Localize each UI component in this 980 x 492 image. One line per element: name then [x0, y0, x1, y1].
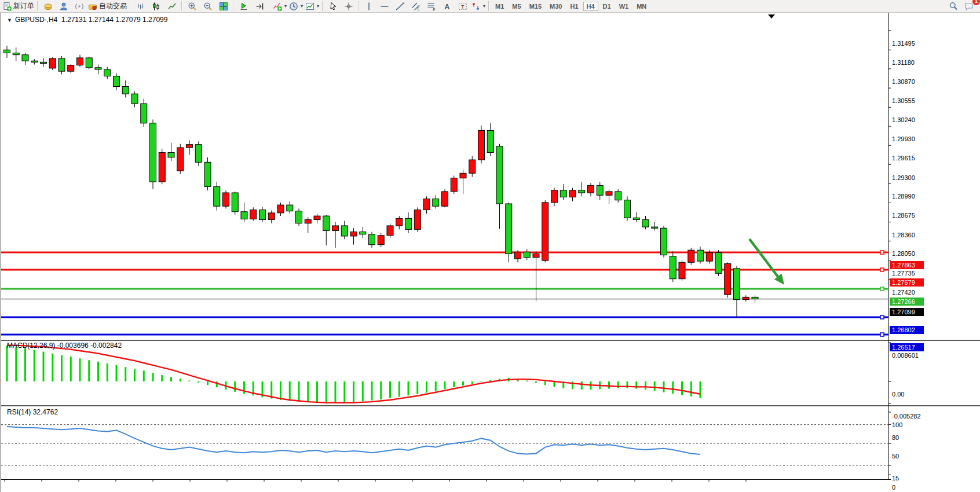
fibonacci-icon: F — [427, 2, 436, 11]
chevron-down-icon: ▾ — [284, 3, 287, 9]
horizontal-line-icon — [380, 2, 389, 11]
chart-canvas[interactable] — [1, 13, 980, 492]
toolbar-separator — [233, 1, 234, 11]
line-handle[interactable] — [880, 315, 884, 319]
autotrade-button[interactable]: 自动交易 — [87, 1, 128, 12]
text-label-icon: T — [458, 2, 467, 11]
toolbar-separator — [37, 1, 38, 11]
search-icon — [949, 2, 958, 11]
data-window-button[interactable] — [56, 1, 71, 12]
notifications-button[interactable]: 1 — [961, 1, 977, 12]
bar-chart-button[interactable] — [133, 1, 148, 12]
toolbar-separator — [322, 1, 323, 11]
tile-windows-button[interactable] — [215, 1, 231, 12]
cursor-button[interactable] — [325, 1, 341, 12]
indicators-button[interactable]: ▾ — [272, 1, 288, 12]
chart-shift-icon — [255, 2, 264, 11]
chevron-down-icon: ▾ — [317, 3, 319, 9]
toolbar-right-group: 1 — [945, 1, 977, 12]
timeframe-h4-button[interactable]: H4 — [583, 2, 598, 11]
zoom-in-button[interactable] — [184, 1, 200, 12]
bar-chart-icon — [136, 2, 145, 11]
zoom-out-icon — [203, 2, 213, 11]
market-watch-icon — [43, 2, 53, 11]
toolbar-separator — [358, 1, 359, 11]
periods-icon — [289, 2, 298, 11]
chart-dropdown-icon[interactable]: ▼ — [7, 17, 12, 23]
trendline-button[interactable] — [392, 1, 408, 12]
crosshair-icon — [344, 2, 353, 11]
timeframe-d1-button[interactable]: D1 — [599, 2, 615, 11]
tile-windows-icon — [219, 2, 228, 11]
rsi-axis-tick: 0 — [892, 484, 895, 491]
periods-button[interactable]: ▾ — [288, 1, 304, 12]
line-handle[interactable] — [880, 333, 884, 336]
candlestick-chart-button[interactable] — [148, 1, 164, 12]
rsi-line — [7, 427, 700, 454]
chart-shift-marker — [768, 14, 775, 19]
symbol-period-label: GBPUSD-,H4 — [15, 16, 57, 24]
chevron-down-icon: ▾ — [301, 3, 303, 9]
chart-shift-button[interactable] — [251, 1, 267, 12]
autotrade-icon — [88, 2, 97, 11]
new-order-button[interactable]: 新订单 — [1, 1, 35, 12]
line-chart-button[interactable] — [164, 1, 180, 12]
templates-button[interactable]: ▾ — [304, 1, 320, 12]
navigator-button[interactable] — [71, 1, 87, 12]
arrows-button[interactable]: ▾ — [470, 1, 487, 12]
chevron-down-icon: ▾ — [483, 3, 485, 9]
timeframe-mn-button[interactable]: MN — [633, 2, 650, 11]
chart-window: ▼GBPUSD-,H4 1.27131 1.27144 1.27079 1.27… — [0, 13, 980, 492]
svg-text:A: A — [444, 2, 449, 10]
vertical-line-icon — [364, 2, 374, 11]
arrows-icon — [471, 2, 481, 11]
navigator-icon — [75, 2, 84, 11]
text-button[interactable]: A — [439, 1, 455, 12]
autotrade-button-label: 自动交易 — [99, 1, 127, 11]
trendline-icon — [396, 2, 405, 11]
channel-button[interactable]: E — [408, 1, 423, 12]
macd-indicator-label: MACD(12,26,9) -0.003696 -0.002842 — [7, 342, 122, 350]
zoom-out-button[interactable] — [200, 1, 215, 12]
macd-histogram — [7, 346, 700, 403]
ohlc-values: 1.27131 1.27144 1.27079 1.27099 — [61, 16, 168, 24]
toolbar-separator — [488, 1, 489, 11]
price-axis[interactable] — [889, 13, 980, 479]
timeframe-m30-button[interactable]: M30 — [546, 2, 565, 11]
vertical-line-button[interactable] — [361, 1, 376, 12]
market-watch-button[interactable] — [40, 1, 56, 12]
candlestick-chart-icon — [152, 2, 161, 11]
timeframe-m5-button[interactable]: M5 — [509, 2, 524, 11]
rsi-indicator-label: RSI(14) 32.4762 — [7, 408, 58, 416]
channel-icon: E — [411, 2, 420, 11]
crosshair-button[interactable] — [341, 1, 356, 12]
svg-text:E: E — [417, 7, 420, 11]
timeframe-w1-button[interactable]: W1 — [616, 2, 632, 11]
toolbar-separator — [181, 1, 182, 11]
toolbar: 新订单自动交易▾▾▾EFAT▾M1M5M15M30H1H4D1W1MN1 — [0, 0, 980, 13]
line-handle[interactable] — [880, 287, 884, 291]
zoom-in-icon — [188, 2, 197, 11]
candlestick-series — [4, 46, 759, 317]
text-label-button[interactable]: T — [455, 1, 470, 12]
toolbar-separator — [269, 1, 270, 11]
line-chart-icon — [167, 2, 177, 11]
text-icon: A — [443, 2, 452, 11]
horizontal-line-button[interactable] — [376, 1, 392, 12]
fibonacci-button[interactable]: F — [423, 1, 439, 12]
cursor-icon — [328, 2, 338, 11]
new-order-button-label: 新订单 — [13, 1, 34, 11]
arrow-annotation[interactable] — [749, 239, 784, 285]
timeframe-m1-button[interactable]: M1 — [492, 2, 507, 11]
auto-scroll-button[interactable] — [236, 1, 251, 12]
search-button[interactable] — [945, 1, 961, 12]
auto-scroll-icon — [239, 2, 248, 11]
line-handle[interactable] — [880, 251, 884, 254]
timeframe-m15-button[interactable]: M15 — [526, 2, 545, 11]
chart-symbol-header[interactable]: ▼GBPUSD-,H4 1.27131 1.27144 1.27079 1.27… — [7, 16, 167, 24]
line-handle[interactable] — [880, 268, 884, 271]
toolbar-separator — [130, 1, 131, 11]
new-order-icon — [2, 2, 12, 11]
data-window-icon — [59, 2, 68, 11]
timeframe-h1-button[interactable]: H1 — [566, 2, 582, 11]
